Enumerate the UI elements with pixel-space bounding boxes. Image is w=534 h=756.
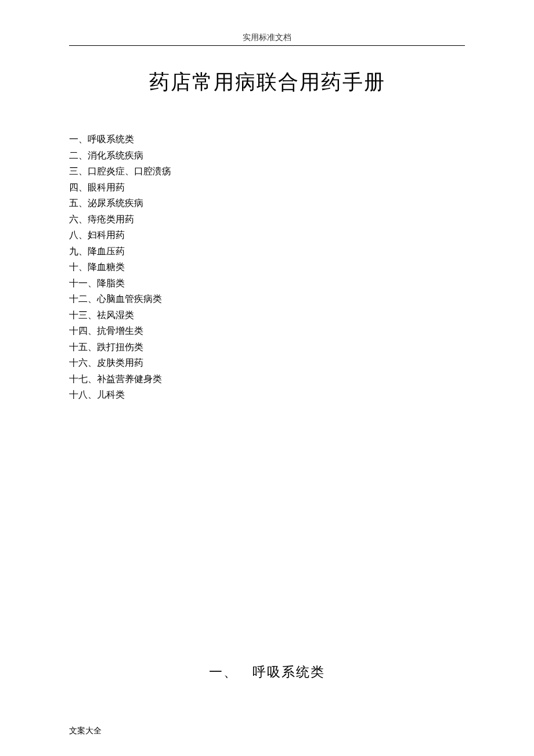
toc-item: 十七、补益营养健身类 [69, 371, 171, 387]
toc-item: 五、泌尿系统疾病 [69, 195, 171, 211]
table-of-contents: 一、呼吸系统类 二、消化系统疾病 三、口腔炎症、口腔溃疡 四、眼科用药 五、泌尿… [69, 131, 171, 403]
toc-item: 三、口腔炎症、口腔溃疡 [69, 163, 171, 179]
toc-item: 十二、心脑血管疾病类 [69, 291, 171, 307]
toc-item: 十五、跌打扭伤类 [69, 339, 171, 355]
toc-item: 四、眼科用药 [69, 179, 171, 196]
toc-item: 十、降血糖类 [69, 259, 171, 275]
toc-item: 二、消化系统疾病 [69, 147, 171, 164]
toc-item: 八、妇科用药 [69, 227, 171, 243]
toc-item: 十八、儿科类 [69, 387, 171, 403]
page-header: 实用标准文档 [0, 33, 534, 43]
section-title: 呼吸系统类 [252, 665, 325, 679]
header-divider [69, 45, 465, 46]
footer-label: 文案大全 [69, 726, 102, 735]
toc-item: 九、降血压药 [69, 243, 171, 260]
toc-item: 十一、降脂类 [69, 275, 171, 291]
section-heading: 一、 呼吸系统类 [0, 663, 534, 681]
page-footer: 文案大全 [69, 726, 102, 736]
toc-item: 十三、祛风湿类 [69, 307, 171, 323]
toc-item: 十四、抗骨增生类 [69, 323, 171, 339]
toc-item: 一、呼吸系统类 [69, 131, 171, 147]
toc-item: 十六、皮肤类用药 [69, 355, 171, 371]
toc-item: 六、痔疮类用药 [69, 211, 171, 228]
header-label: 实用标准文档 [243, 33, 291, 42]
document-title: 药店常用病联合用药手册 [0, 69, 534, 96]
section-number: 一、 [209, 665, 238, 679]
